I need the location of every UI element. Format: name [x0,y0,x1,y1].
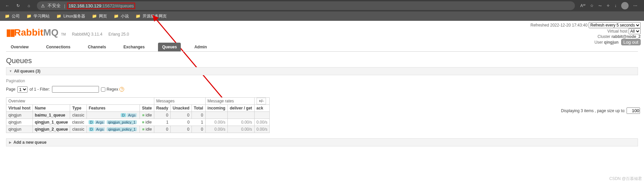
address-bar[interactable]: ⚠ 不安全 | 192.168.130.129:15672/#/queues [37,1,575,10]
page-title: Queues [6,52,638,67]
col-type[interactable]: Type [70,105,87,112]
browser-toolbar: ← ↻ ⌂ ⚠ 不安全 | 192.168.130.129:15672/#/qu… [0,0,644,11]
queue-link[interactable]: baimu_1_queue [35,113,65,118]
refresh-interval-select[interactable]: Refresh every 5 seconds [589,22,641,28]
folder-icon: 📁 [114,14,119,18]
tab-admin[interactable]: Admin [190,43,211,51]
tab-queues[interactable]: Queues [158,43,181,51]
bookmark-item[interactable]: 📁学习网站 [26,13,50,19]
bookmark-item[interactable]: 📁开源服务网页 [136,13,167,19]
bookmark-item[interactable]: 📁网页 [92,13,107,19]
regex-label: Regex [107,87,118,92]
all-queues-header[interactable]: ▼ All queues (3) [6,67,638,75]
durable-tag: D [89,127,94,131]
user-label: User [594,40,603,45]
queue-link[interactable]: qingjun_2_queue [35,127,68,132]
more-icon[interactable]: ⋯ [633,3,637,8]
insecure-label: 不安全 [48,3,61,9]
help-icon[interactable]: ? [119,87,124,92]
tab-overview[interactable]: Overview [7,43,33,51]
col-unacked[interactable]: Unacked [170,105,192,112]
avatar[interactable] [621,2,629,9]
page-of: of 1 - Filter: [30,87,50,92]
folder-icon: 📁 [56,14,61,18]
columns-toggle[interactable]: +/- [257,98,266,104]
pagination-label: Pagination [6,79,638,83]
args-tag: Args [95,127,105,131]
folder-icon: 📁 [26,14,32,18]
erlang-label: Erlang 25.0 [108,32,129,37]
home-icon[interactable]: ⌂ [25,2,33,10]
refresh-icon[interactable]: ↻ [14,2,22,10]
col-features[interactable]: Features [87,105,140,112]
extensions-icon[interactable]: ⥊ [598,3,602,8]
col-group-overview: Overview [6,98,154,105]
args-tag: Args [95,120,105,124]
tab-connections[interactable]: Connections [42,43,74,51]
folder-icon: 📁 [92,14,97,18]
page-label: Page [6,87,15,92]
bookmark-item[interactable]: 📁Linux服务器 [56,13,85,19]
durable-tag: D [89,120,94,124]
regex-checkbox[interactable] [101,87,105,92]
col-group-rates: Message rates [205,98,254,105]
star-icon[interactable]: ☆ [590,3,594,8]
col-ack[interactable]: ack [254,105,270,112]
version-label: RabbitMQ 3.11.4 [72,32,102,37]
tab-channels[interactable]: Channels [84,43,110,51]
add-queue-label: Add a new queue [13,140,47,145]
page-select[interactable]: 1 [17,86,28,93]
cluster-value: rabbit@node_2 [611,34,641,39]
warning-icon: ⚠ [41,3,45,8]
queues-table: Overview Messages Message rates +/- Virt… [6,97,270,133]
user-value: qingjun [604,40,619,45]
top-status: Refreshed 2022-12-20 17:43:40 Refresh ev… [531,22,641,45]
col-group-messages: Messages [154,98,205,105]
read-mode-icon[interactable]: Aᵂ [580,3,585,8]
logout-button[interactable]: Log out [621,39,641,45]
favorites-icon[interactable]: ✧ [606,3,610,8]
queue-link[interactable]: qingjun_1_queue [35,120,68,125]
col-ready[interactable]: Ready [154,105,170,112]
table-row: qingjun baimu_1_queue classic DArgs ■ id… [6,112,270,119]
table-row: qingjun qingjun_2_queue classic DArgs qi… [6,126,270,133]
all-queues-label: All queues (3) [14,69,41,74]
table-row: qingjun qingjun_1_queue classic DArgs qi… [6,119,270,126]
refreshed-label: Refreshed 2022-12-20 17:43:40 [531,23,588,28]
add-queue-header[interactable]: ▶ Add a new queue [6,138,638,146]
chevron-right-icon: ▶ [9,141,11,144]
browser-actions: Aᵂ ☆ ⥊ ✧ ↓ ⋯ [580,2,641,9]
tab-exchanges[interactable]: Exchanges [119,43,149,51]
cluster-label: Cluster [598,34,610,39]
vhost-select[interactable]: All [629,28,641,34]
downloads-icon[interactable]: ↓ [614,3,616,8]
displaying-label: Displaying 3 items , page size up to: [561,108,626,113]
vhost-label: Virtual host [607,29,628,34]
bookmarks-bar: 📁公司 📁学习网站 📁Linux服务器 📁网页 📁小说 📁开源服务网页 [0,11,644,21]
filter-input[interactable] [52,86,99,93]
col-state[interactable]: State [140,105,154,112]
page-size-input[interactable] [627,107,640,114]
col-name[interactable]: Name [33,105,70,112]
folder-icon: 📁 [136,14,141,18]
bookmark-item[interactable]: 📁小说 [114,13,129,19]
col-vhost[interactable]: Virtual host [6,105,33,112]
durable-tag: D [121,113,126,117]
folder-icon: 📁 [5,14,10,18]
args-tag: Args [127,113,137,117]
rabbitmq-logo: ▮▮RabbitMQ TM [6,27,66,38]
policy-tag: qingjun_policy_1 [107,127,137,131]
col-deliver[interactable]: deliver / get [227,105,254,112]
policy-tag: qingjun_policy_1 [107,120,137,124]
url-highlight: 192.168.130.129:15672/#/queues [67,3,135,9]
back-icon[interactable]: ← [3,2,11,10]
chevron-down-icon: ▼ [9,70,12,73]
bookmark-item[interactable]: 📁公司 [5,13,20,19]
col-incoming[interactable]: incoming [205,105,227,112]
col-total[interactable]: Total [192,105,205,112]
